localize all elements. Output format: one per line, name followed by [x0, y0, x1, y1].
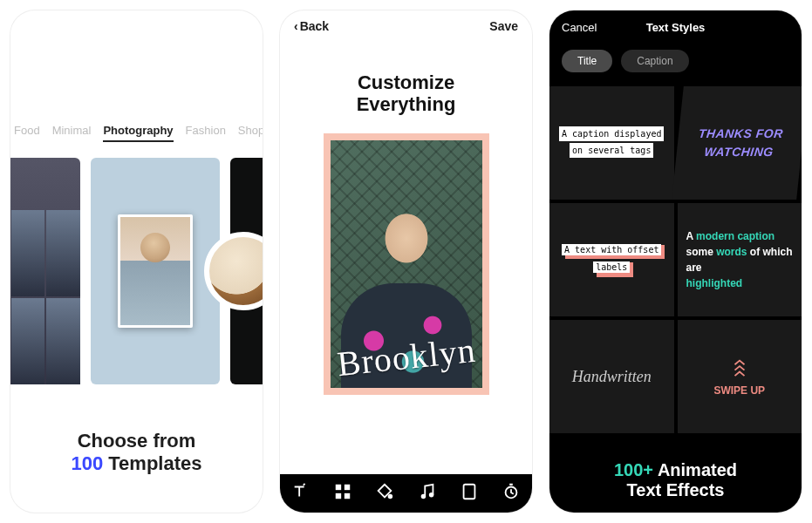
music-tool[interactable] — [418, 482, 437, 505]
back-label: Back — [300, 19, 329, 33]
fill-tool[interactable] — [375, 482, 394, 505]
tab-shop[interactable]: Shop — [238, 124, 263, 142]
svg-point-4 — [389, 495, 392, 499]
styles-header: Cancel Text Styles — [549, 10, 802, 34]
screen-editor: ‹ Back Save Customize Everything Brookly… — [280, 10, 532, 513]
template-card[interactable] — [10, 158, 80, 384]
header-title: Text Styles — [549, 21, 802, 34]
pill-title[interactable]: Title — [562, 50, 612, 72]
photo-frame — [118, 214, 193, 328]
category-tabs: Food Minimal Photography Fashion Shop — [10, 124, 263, 142]
tab-photography[interactable]: Photography — [103, 124, 173, 142]
aspect-tool[interactable] — [460, 482, 479, 505]
back-button[interactable]: ‹ Back — [294, 19, 329, 33]
styles-grid: A caption displayed on several tags THAN… — [549, 86, 802, 433]
style-swipe-up[interactable]: SWIPE UP — [678, 320, 802, 433]
layout-tool[interactable] — [333, 482, 352, 505]
editor-toolbar — [280, 474, 532, 513]
template-card-active[interactable] — [91, 158, 220, 384]
screen-caption: 100+ Animated Text Effects — [549, 460, 802, 500]
style-thanks-watching[interactable]: THANKS FOR WATCHING — [672, 86, 802, 200]
svg-rect-2 — [336, 493, 341, 499]
svg-point-5 — [421, 495, 425, 499]
filter-pills: Title Caption — [562, 50, 789, 72]
canvas[interactable]: Brooklyn — [324, 133, 489, 395]
style-handwritten[interactable]: Handwritten — [549, 320, 674, 433]
style-offset-labels[interactable]: A text with offset labels — [549, 203, 674, 316]
svg-point-6 — [429, 493, 433, 497]
screen-title: Customize Everything — [280, 71, 532, 116]
svg-rect-3 — [345, 493, 350, 499]
chevron-left-icon: ‹ — [294, 19, 298, 33]
template-card[interactable] — [230, 158, 263, 384]
screen-caption: Choose from 100 Templates — [10, 430, 263, 475]
style-tag-caption[interactable]: A caption displayed on several tags — [549, 86, 674, 200]
screen-text-styles: Cancel Text Styles Title Caption A capti… — [549, 10, 802, 513]
tab-minimal[interactable]: Minimal — [52, 124, 92, 142]
editor-header: ‹ Back Save — [280, 10, 532, 33]
style-modern-highlight[interactable]: A modern caption some words of which are… — [678, 203, 802, 316]
chevron-up-icon — [730, 355, 749, 379]
save-button[interactable]: Save — [489, 19, 518, 33]
svg-rect-7 — [463, 485, 474, 499]
tab-fashion[interactable]: Fashion — [186, 124, 226, 142]
svg-rect-0 — [336, 485, 341, 490]
pill-caption[interactable]: Caption — [621, 50, 688, 72]
text-tool[interactable] — [291, 482, 310, 505]
timer-tool[interactable] — [502, 482, 521, 505]
template-gallery[interactable] — [10, 158, 263, 384]
screen-templates: Food Minimal Photography Fashion Shop Ch… — [10, 10, 263, 513]
tab-food[interactable]: Food — [14, 124, 40, 142]
svg-rect-1 — [345, 485, 350, 490]
